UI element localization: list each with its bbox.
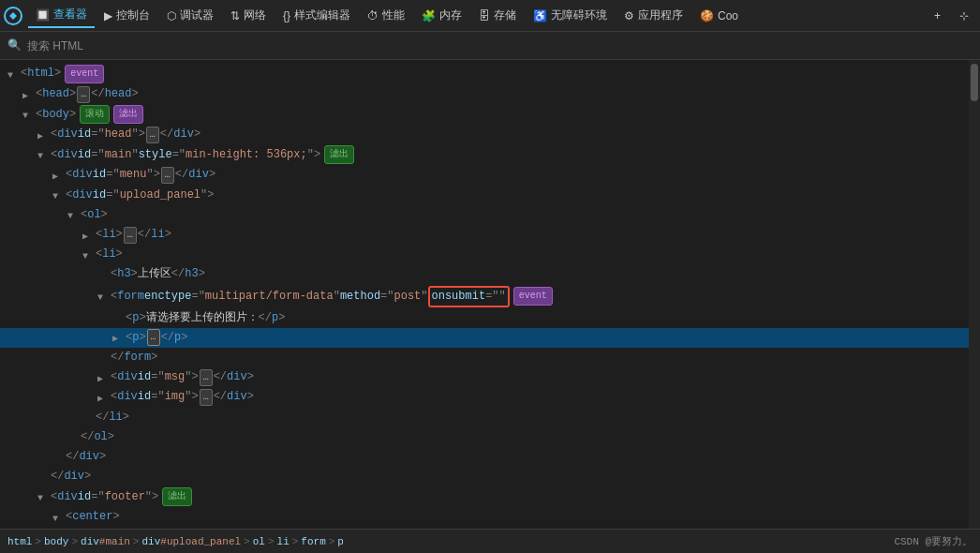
ellipsis-head[interactable]: … [77, 86, 90, 103]
ellipsis-p-selected[interactable]: … [147, 329, 160, 346]
toggle-div-upload-panel[interactable] [52, 189, 64, 201]
toggle-div-msg[interactable] [97, 372, 109, 383]
toggle-li-1[interactable] [82, 230, 94, 241]
tree-node-form[interactable]: <form enctype="multipart/form-data" meth… [0, 285, 969, 308]
toggle-div-footer[interactable] [37, 491, 49, 502]
devtools-logo [4, 7, 22, 25]
ellipsis-div-menu[interactable]: … [161, 167, 174, 184]
app-icon: ⚙ [624, 9, 634, 22]
ellipsis-div-img[interactable]: … [200, 389, 213, 406]
toggle-div-head[interactable] [37, 129, 49, 141]
badge-event-html[interactable]: event [65, 65, 104, 83]
watermark-text: CSDN @要努力。 [894, 534, 973, 548]
tree-node-form-close[interactable]: </form> [0, 348, 969, 367]
breadcrumb-html[interactable]: html [7, 536, 32, 547]
add-panel-button[interactable]: + [927, 6, 948, 26]
tab-memory[interactable]: 🧩 内存 [414, 4, 469, 27]
storage-label: 存储 [494, 7, 516, 23]
tree-node-li-close[interactable]: </li> [0, 408, 969, 427]
breadcrumb-div-main[interactable]: div#main [81, 536, 130, 547]
tree-node-div-upload-close[interactable]: </div> [0, 447, 969, 467]
badge-exit-main[interactable]: 滤出 [324, 145, 354, 164]
tab-inspector[interactable]: 🔲 查看器 [28, 3, 95, 28]
toggle-p-select [112, 312, 124, 323]
breadcrumb-p[interactable]: p [337, 536, 344, 547]
tab-application[interactable]: ⚙ 应用程序 [616, 4, 690, 27]
toggle-div-menu[interactable] [52, 170, 64, 181]
toggle-div-main[interactable] [37, 149, 49, 160]
toggle-div-main-close [37, 471, 49, 483]
breadcrumb-div-upload-panel[interactable]: div#upload_panel [141, 536, 241, 547]
toggle-form[interactable] [97, 291, 109, 302]
a11y-icon: ♿ [533, 9, 547, 22]
tab-debugger[interactable]: ⬡ 调试器 [159, 4, 221, 27]
tree-node-div-img[interactable]: <div id="img"> … </div> [0, 387, 969, 407]
toggle-ol-close [67, 431, 79, 442]
console-label: 控制台 [116, 7, 150, 23]
toggle-center[interactable] [52, 512, 64, 523]
badge-scroll-body[interactable]: 滚动 [80, 105, 110, 124]
tab-accessibility[interactable]: ♿ 无障碍环境 [526, 4, 615, 27]
tree-node-div-upload-panel[interactable]: <div id="upload_panel"> [0, 186, 969, 205]
tab-network[interactable]: ⇅ 网络 [223, 4, 274, 27]
toggle-body[interactable] [22, 109, 34, 120]
tree-node-html[interactable]: <html> event [0, 64, 969, 84]
toggle-li-close [82, 411, 94, 423]
tree-node-div-main-close[interactable]: </div> [0, 467, 969, 486]
ellipsis-li-1[interactable]: … [124, 227, 137, 244]
tree-node-h3[interactable]: <h3> 上传区 </h3> [0, 264, 969, 284]
toggle-form-close [97, 352, 109, 364]
perf-icon: ⏱ [367, 9, 379, 22]
devtools-toolbar: 🔲 查看器 ▶ 控制台 ⬡ 调试器 ⇅ 网络 {} 样式编辑器 ⏱ 性能 🧩 内… [0, 0, 980, 32]
tree-node-head[interactable]: <head> … </head> [0, 84, 969, 104]
tab-cookies[interactable]: 🍪 Coo [692, 6, 746, 26]
tree-node-p-selected[interactable]: <p> … </p> [0, 328, 969, 348]
toggle-head[interactable] [22, 89, 34, 100]
tree-node-div-head[interactable]: <div id="head"> … </div> [0, 125, 969, 144]
badge-exit-footer[interactable]: 滤出 [162, 487, 192, 506]
breadcrumb-form[interactable]: form [301, 536, 325, 547]
breadcrumb-li[interactable]: li [277, 536, 290, 547]
toggle-html[interactable] [7, 68, 19, 80]
tree-node-p-select[interactable]: <p> 请选择要上传的图片： </p> [0, 308, 969, 328]
tree-node-div-main[interactable]: <div id="main" style="min-height: 536px;… [0, 144, 969, 165]
breadcrumb-body[interactable]: body [44, 536, 68, 547]
scrollbar-thumb[interactable] [971, 64, 978, 101]
tree-node-div-msg[interactable]: <div id="msg"> … </div> [0, 367, 969, 387]
ellipsis-div-head[interactable]: … [146, 127, 159, 143]
badge-exit-body[interactable]: 滤出 [113, 105, 143, 124]
inspector-icon: 🔲 [36, 8, 50, 22]
settings-icon: ⊹ [959, 9, 969, 22]
debugger-label: 调试器 [180, 7, 214, 23]
customize-button[interactable]: ⊹ [952, 6, 976, 26]
tree-node-ol[interactable]: <ol> [0, 205, 969, 225]
ellipsis-div-msg[interactable]: … [200, 369, 213, 386]
tab-performance[interactable]: ⏱ 性能 [360, 4, 412, 27]
tree-node-ol-close[interactable]: </ol> [0, 427, 969, 447]
network-label: 网络 [244, 7, 266, 23]
tab-style-editor[interactable]: {} 样式编辑器 [275, 4, 358, 27]
breadcrumb-path: html > body > div#main > div#upload_pane… [7, 536, 344, 547]
cookies-label: Coo [718, 9, 738, 22]
tree-node-body[interactable]: <body> 滚动 滤出 [0, 104, 969, 125]
toggle-p-selected[interactable] [112, 332, 124, 343]
tree-node-copyright[interactable]: Copyright @ [0, 528, 969, 529]
toggle-li-2[interactable] [82, 249, 94, 261]
tree-node-div-menu[interactable]: <div id="menu"> … </div> [0, 165, 969, 185]
tab-console[interactable]: ▶ 控制台 [97, 4, 157, 27]
tree-node-div-footer[interactable]: <div id="footer"> 滤出 [0, 486, 969, 507]
tree-node-li-1[interactable]: <li> … </li> [0, 225, 969, 245]
breadcrumb-bar: html > body > div#main > div#upload_pane… [0, 529, 980, 553]
perf-label: 性能 [382, 7, 405, 23]
tab-storage[interactable]: 🗄 存储 [471, 4, 524, 27]
plus-icon: + [934, 9, 941, 22]
badge-event-form[interactable]: event [513, 287, 553, 306]
scrollbar[interactable] [969, 60, 980, 529]
tree-node-center[interactable]: <center> [0, 507, 969, 527]
breadcrumb-ol[interactable]: ol [253, 536, 265, 547]
toggle-ol[interactable] [67, 209, 79, 220]
tree-node-li-2[interactable]: <li> [0, 245, 969, 264]
toggle-div-img[interactable] [97, 392, 109, 403]
storage-icon: 🗄 [479, 9, 490, 22]
search-input[interactable] [27, 39, 215, 52]
